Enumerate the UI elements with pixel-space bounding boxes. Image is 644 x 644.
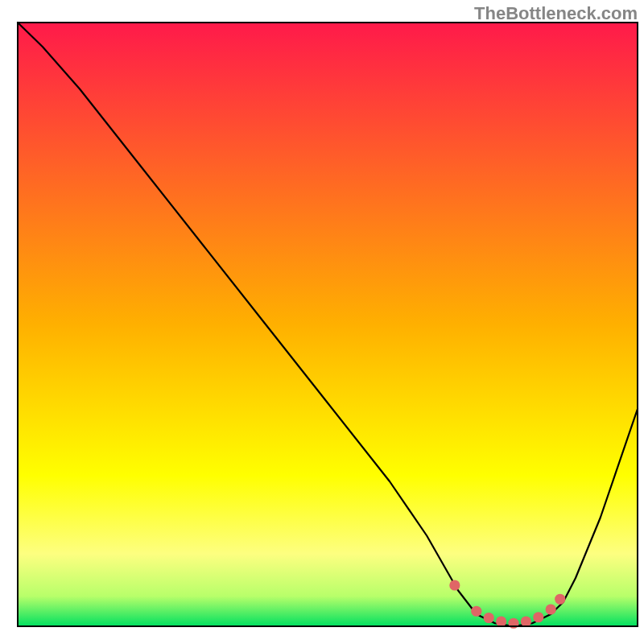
highlight-dot bbox=[496, 616, 506, 626]
watermark-text: TheBottleneck.com bbox=[474, 3, 638, 24]
chart-container: TheBottleneck.com bbox=[0, 0, 644, 644]
chart-svg bbox=[0, 0, 644, 644]
gradient-background bbox=[18, 23, 638, 626]
highlight-dot bbox=[546, 604, 556, 614]
highlight-dot bbox=[471, 606, 481, 617]
highlight-dot bbox=[521, 616, 531, 626]
highlight-dot bbox=[555, 594, 565, 605]
highlight-dot bbox=[484, 613, 494, 623]
highlight-dot bbox=[449, 580, 460, 590]
highlight-dot bbox=[533, 612, 543, 622]
